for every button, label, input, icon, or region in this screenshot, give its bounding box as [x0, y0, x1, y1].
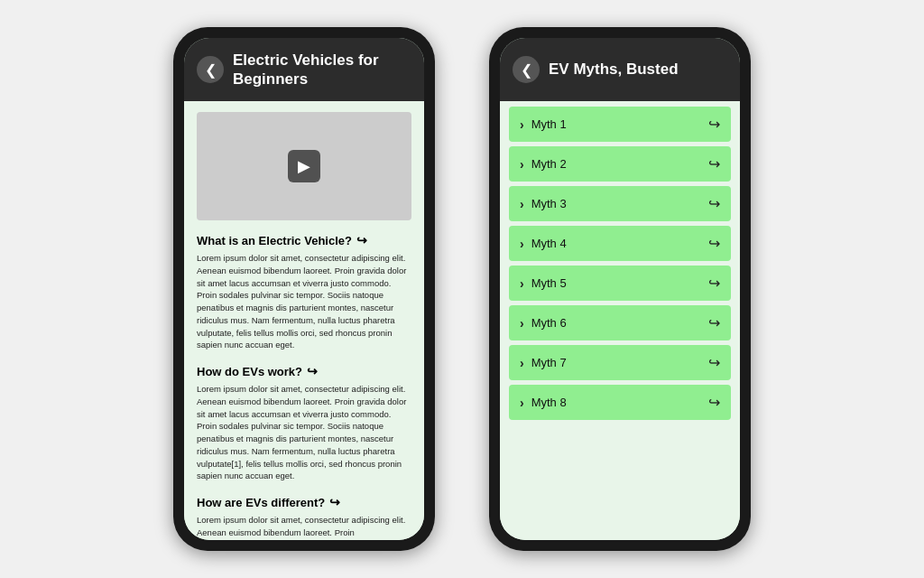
play-button[interactable]: ▶ — [288, 150, 320, 182]
section-title-2: How do EVs work? — [197, 365, 302, 378]
section-heading-1: What is an Electric Vehicle? ↪ — [197, 233, 411, 247]
myth-item-4[interactable]: › Myth 4 ↪ — [509, 226, 731, 261]
chevron-icon-1: › — [520, 117, 524, 132]
section-heading-3: How are EVs different? ↪ — [197, 495, 411, 509]
section-title-3: How are EVs different? — [197, 496, 325, 509]
chevron-icon-7: › — [520, 356, 524, 370]
section-text-1: Lorem ipsum dolor sit amet, consectetur … — [197, 252, 411, 351]
article-section-3: How are EVs different? ↪ Lorem ipsum dol… — [197, 495, 411, 539]
myth-label-8: Myth 8 — [531, 396, 567, 409]
share-icon-1[interactable]: ↪ — [356, 233, 367, 247]
phone-1-header: ❮ Electric Vehicles for Beginners — [184, 38, 424, 101]
myth-item-left-7: › Myth 7 — [520, 356, 567, 370]
back-button-2[interactable]: ❮ — [513, 56, 540, 83]
myth-share-icon-5[interactable]: ↪ — [708, 275, 720, 292]
phone-2: ❮ EV Myths, Busted › Myth 1 ↪ › Myth 2 ↪… — [489, 27, 751, 551]
myth-share-icon-6[interactable]: ↪ — [708, 314, 720, 331]
myth-label-6: Myth 6 — [531, 316, 567, 330]
phone-1-title: Electric Vehicles for Beginners — [233, 51, 411, 89]
myth-share-icon-3[interactable]: ↪ — [708, 195, 720, 212]
myth-share-icon-7[interactable]: ↪ — [708, 354, 720, 371]
share-icon-3[interactable]: ↪ — [329, 495, 340, 509]
myth-item-left-2: › Myth 2 — [520, 157, 567, 172]
myth-share-icon-1[interactable]: ↪ — [708, 116, 720, 133]
myth-list: › Myth 1 ↪ › Myth 2 ↪ › Myth 3 ↪ › Myth … — [500, 101, 740, 540]
myth-share-icon-2[interactable]: ↪ — [708, 155, 720, 172]
article-section-2: How do EVs work? ↪ Lorem ipsum dolor sit… — [197, 364, 411, 482]
phone-1-screen: ❮ Electric Vehicles for Beginners ▶ What… — [184, 38, 424, 540]
myth-label-5: Myth 5 — [531, 276, 567, 290]
myth-label-1: Myth 1 — [531, 117, 567, 131]
article-section-1: What is an Electric Vehicle? ↪ Lorem ips… — [197, 233, 411, 351]
phone-2-header: ❮ EV Myths, Busted — [500, 38, 740, 101]
chevron-icon-2: › — [520, 157, 524, 172]
back-icon-2: ❮ — [521, 61, 532, 79]
myth-item-left-1: › Myth 1 — [520, 117, 567, 132]
myth-item-7[interactable]: › Myth 7 ↪ — [509, 345, 731, 380]
myth-item-8[interactable]: › Myth 8 ↪ — [509, 385, 731, 420]
myth-label-3: Myth 3 — [531, 197, 567, 210]
myth-label-2: Myth 2 — [531, 157, 567, 171]
myth-item-left-4: › Myth 4 — [520, 237, 567, 251]
myth-item-5[interactable]: › Myth 5 ↪ — [509, 266, 731, 301]
myth-item-2[interactable]: › Myth 2 ↪ — [509, 146, 731, 182]
myth-item-left-8: › Myth 8 — [520, 396, 567, 410]
phone-2-title: EV Myths, Busted — [549, 60, 679, 79]
myth-item-left-3: › Myth 3 — [520, 197, 567, 211]
section-text-2: Lorem ipsum dolor sit amet, consectetur … — [197, 383, 411, 482]
chevron-icon-8: › — [520, 396, 524, 410]
myth-item-6[interactable]: › Myth 6 ↪ — [509, 305, 731, 340]
chevron-icon-6: › — [520, 316, 524, 331]
app-container: ❮ Electric Vehicles for Beginners ▶ What… — [0, 0, 924, 578]
phone-1: ❮ Electric Vehicles for Beginners ▶ What… — [173, 27, 435, 551]
myth-item-1[interactable]: › Myth 1 ↪ — [509, 107, 731, 142]
play-icon: ▶ — [298, 156, 310, 176]
chevron-icon-4: › — [520, 237, 524, 251]
section-text-3: Lorem ipsum dolor sit amet, consectetur … — [197, 514, 411, 539]
myth-item-3[interactable]: › Myth 3 ↪ — [509, 186, 731, 221]
myth-item-left-5: › Myth 5 — [520, 276, 567, 291]
myth-item-left-6: › Myth 6 — [520, 316, 567, 331]
phone-2-screen: ❮ EV Myths, Busted › Myth 1 ↪ › Myth 2 ↪… — [500, 38, 740, 540]
chevron-icon-5: › — [520, 276, 524, 291]
section-heading-2: How do EVs work? ↪ — [197, 364, 411, 378]
video-player[interactable]: ▶ — [197, 112, 411, 220]
back-button-1[interactable]: ❮ — [197, 56, 224, 83]
chevron-icon-3: › — [520, 197, 524, 211]
phone-1-content: ▶ What is an Electric Vehicle? ↪ Lorem i… — [184, 101, 424, 540]
myth-share-icon-8[interactable]: ↪ — [708, 394, 720, 411]
myth-label-4: Myth 4 — [531, 237, 567, 250]
myth-label-7: Myth 7 — [531, 356, 567, 369]
myth-share-icon-4[interactable]: ↪ — [708, 235, 720, 252]
section-title-1: What is an Electric Vehicle? — [197, 234, 352, 247]
back-icon-1: ❮ — [205, 61, 217, 79]
share-icon-2[interactable]: ↪ — [307, 364, 318, 378]
